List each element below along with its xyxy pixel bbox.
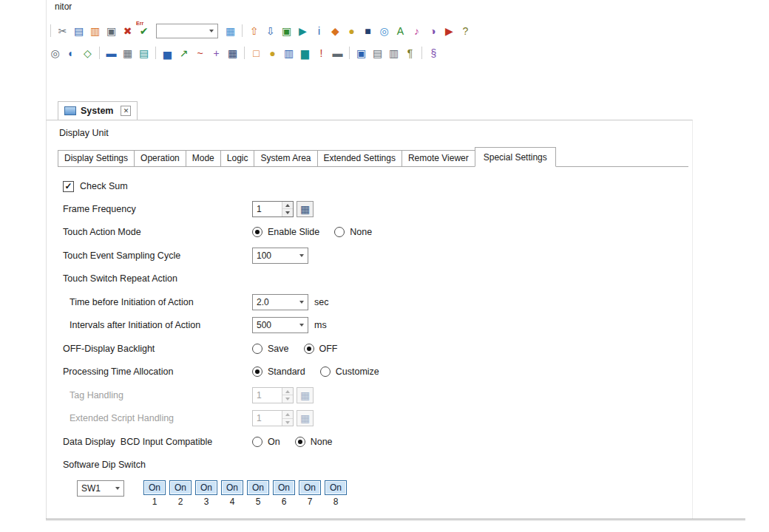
page-title: Display Unit — [59, 128, 692, 138]
error-check-icon[interactable]: ✔ Err — [136, 23, 152, 38]
doc-tab-system[interactable]: System ✕ — [58, 101, 138, 120]
toolbar-standard: ✂ ▤ ▥ ▣ ✖ ✔ Err ▦ ⇧ ⇩ ▣ ▶ i ◆ ● ■ ◎ A ♪ … — [47, 23, 473, 38]
transfer-receive-icon[interactable]: ⇩ — [262, 23, 278, 38]
security-icon[interactable]: ● — [344, 23, 359, 38]
dip-number: 5 — [247, 497, 269, 507]
radio-on[interactable]: On — [252, 437, 280, 447]
line-graph-icon[interactable]: ↗ — [176, 45, 192, 61]
trend-graph-icon[interactable]: ~ — [192, 45, 208, 61]
dip-button-3[interactable]: On — [195, 480, 217, 495]
tab-logic[interactable]: Logic — [220, 150, 255, 166]
field-label: Processing Time Allocation — [63, 366, 252, 377]
dip-button-4[interactable]: On — [221, 480, 243, 495]
radio-standard[interactable]: Standard — [252, 366, 305, 377]
tab-system-area[interactable]: System Area — [254, 150, 317, 166]
menu-partial[interactable]: nitor — [55, 0, 72, 10]
message-display-icon[interactable]: ▬ — [330, 45, 345, 61]
bar-graph-icon[interactable]: ▅ — [160, 45, 175, 61]
dip-button-8[interactable]: On — [325, 480, 347, 495]
intervals-after-select[interactable]: 500 — [252, 317, 308, 333]
vertex-edit-icon[interactable]: ◇ — [80, 45, 95, 61]
lamp-part-icon[interactable]: ● — [265, 45, 280, 61]
simulation-icon[interactable]: ▶ — [295, 23, 311, 38]
base-screen-icon[interactable]: ▣ — [353, 45, 369, 61]
spin-up-button[interactable] — [282, 202, 293, 210]
spinner-buttons — [282, 411, 293, 426]
chevron-down-icon[interactable] — [295, 318, 308, 332]
radio-bcd-none[interactable]: None — [295, 437, 333, 447]
dip-number: 4 — [221, 497, 243, 507]
radio-label: OFF — [319, 344, 338, 354]
sampling-cycle-select[interactable]: 100 — [252, 248, 308, 264]
color-settings-icon[interactable]: ◑ — [425, 23, 441, 38]
frame-frequency-spinner[interactable]: 1 — [252, 201, 294, 217]
dip-button-6[interactable]: On — [273, 480, 295, 495]
toolbar-combobox[interactable] — [156, 24, 218, 38]
font-icon[interactable]: A — [393, 23, 408, 38]
select-value: 2.0 — [253, 297, 295, 307]
keypad-part-icon[interactable]: ▦ — [225, 45, 240, 61]
tile-windows-icon[interactable]: ▥ — [386, 45, 402, 61]
paste-icon[interactable]: ▥ — [87, 23, 103, 38]
radio-enable-slide[interactable]: Enable Slide — [252, 227, 319, 237]
chevron-down-icon[interactable] — [295, 248, 308, 263]
tab-display-settings[interactable]: Display Settings — [58, 150, 135, 166]
tab-operation[interactable]: Operation — [134, 150, 186, 166]
toolbar-separator — [99, 47, 100, 59]
radio-off[interactable]: OFF — [304, 344, 338, 354]
help-icon[interactable]: ? — [458, 23, 473, 38]
tab-extended-settings[interactable]: Extended Settings — [317, 150, 402, 166]
cascade-windows-icon[interactable]: ▤ — [370, 45, 385, 61]
monitor-icon[interactable]: ▣ — [279, 23, 294, 38]
chevron-down-icon[interactable] — [111, 481, 123, 496]
tab-special-settings[interactable]: Special Settings — [475, 147, 556, 167]
switch-part-icon[interactable]: □ — [248, 45, 264, 61]
window-screen-icon[interactable]: ▬ — [104, 45, 119, 61]
keypad-icon[interactable]: ▦ — [297, 201, 314, 217]
project-information-icon[interactable]: i — [311, 23, 327, 38]
close-icon[interactable]: ✕ — [121, 106, 131, 116]
tab-mode[interactable]: Mode — [186, 150, 221, 166]
radio-customize[interactable]: Customize — [320, 366, 379, 377]
database-icon[interactable]: ■ — [360, 23, 376, 38]
draw-icon[interactable]: ▤ — [136, 45, 152, 61]
spin-down-button[interactable] — [282, 209, 293, 216]
field-label: OFF-Display Backlight — [63, 344, 252, 354]
radio-none[interactable]: None — [334, 227, 372, 237]
check-sum-checkbox[interactable] — [63, 181, 74, 192]
bottom-divider — [46, 519, 745, 519]
radio-save[interactable]: Save — [252, 344, 289, 354]
radio-label: Standard — [268, 366, 305, 377]
dip-button-5[interactable]: On — [247, 480, 269, 495]
transfer-send-icon[interactable]: ⇧ — [246, 23, 262, 38]
xy-graph-icon[interactable]: + — [209, 45, 224, 61]
spinner-value: 1 — [253, 202, 282, 216]
comment-icon[interactable]: ¶ — [402, 45, 418, 61]
dip-button-1[interactable]: On — [143, 480, 166, 495]
cut-icon[interactable]: ✂ — [55, 23, 70, 38]
screen-preview-icon[interactable]: ▦ — [223, 23, 238, 38]
data-display-icon[interactable]: ▥ — [281, 45, 297, 61]
alarm-part-icon[interactable]: ! — [314, 45, 329, 61]
chevron-down-icon[interactable] — [205, 24, 217, 38]
movie-icon[interactable]: ▶ — [441, 23, 457, 38]
chevron-down-icon[interactable] — [295, 295, 308, 310]
system-settings-icon[interactable]: ◆ — [328, 23, 343, 38]
dip-button-7[interactable]: On — [299, 480, 321, 495]
doc-tab-label: System — [81, 106, 113, 116]
dip-button-2[interactable]: On — [169, 480, 192, 495]
delete-icon[interactable]: ✖ — [120, 23, 135, 38]
radio-icon — [320, 366, 331, 377]
sound-icon[interactable]: ♪ — [409, 23, 424, 38]
state-change-icon[interactable]: ◐ — [64, 45, 79, 61]
copy-icon[interactable]: ▤ — [71, 23, 87, 38]
tab-remote-viewer[interactable]: Remote Viewer — [402, 150, 475, 166]
network-icon[interactable]: ◎ — [376, 23, 392, 38]
graph-part-icon[interactable]: ▆ — [297, 45, 313, 61]
parts-list-icon[interactable]: ▦ — [120, 45, 135, 61]
time-before-select[interactable]: 2.0 — [252, 294, 308, 310]
dip-switch-select[interactable]: SW1 — [77, 480, 124, 497]
zoom-icon[interactable]: ◎ — [47, 45, 63, 61]
script-icon[interactable]: § — [426, 45, 441, 61]
duplicate-icon[interactable]: ▣ — [104, 23, 119, 38]
